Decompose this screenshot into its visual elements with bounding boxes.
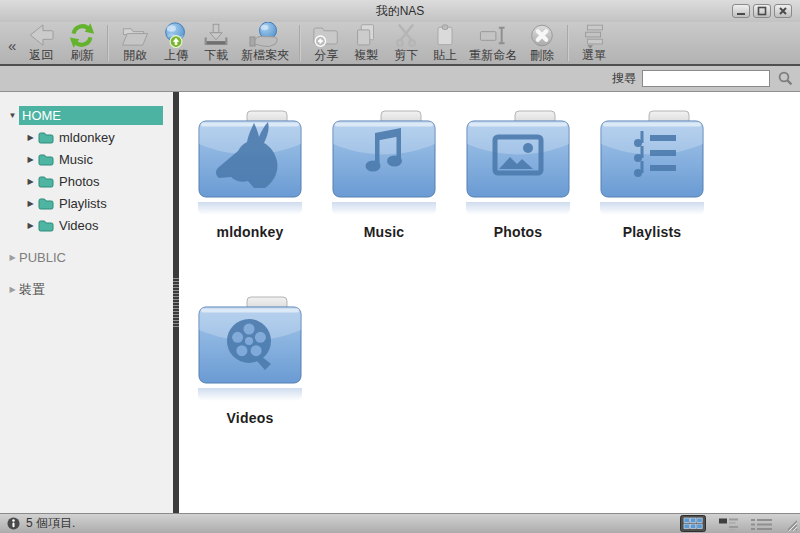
- copy-icon: [351, 22, 381, 49]
- cut-button[interactable]: 剪下: [386, 22, 426, 64]
- folder-item-music[interactable]: Music: [317, 106, 451, 292]
- delete-button[interactable]: 刪除: [522, 22, 562, 64]
- upload-button[interactable]: 上傳: [156, 22, 196, 64]
- sidebar-item-label: HOME: [19, 106, 163, 125]
- paste-icon: [431, 22, 459, 49]
- minimize-icon: [736, 6, 746, 16]
- toolbar-separator: [107, 25, 109, 61]
- folder-name: Photos: [494, 224, 543, 240]
- thumbnail-view-button[interactable]: [680, 515, 706, 532]
- search-input[interactable]: [642, 70, 770, 87]
- mldonkey-folder-icon: [197, 109, 303, 201]
- folder-name: Playlists: [623, 224, 682, 240]
- file-grid: mldonkey Music: [179, 92, 800, 513]
- file-manager-window: 我的NAS « 返回: [0, 0, 800, 533]
- chevron-right-icon[interactable]: ▶: [24, 155, 37, 164]
- sidebar-item-label: Music: [59, 152, 93, 167]
- menu-button[interactable]: 選單: [574, 22, 614, 64]
- detail-view-icon: [751, 517, 772, 531]
- folder-name: Videos: [227, 410, 274, 426]
- download-icon: [201, 22, 231, 49]
- new-folder-button[interactable]: 新檔案夾: [236, 22, 294, 64]
- sidebar-item-label: mldonkey: [59, 130, 115, 145]
- folder-name: Music: [364, 224, 405, 240]
- back-button[interactable]: 返回: [20, 22, 62, 64]
- main-area: ▼ HOME ▶ mldonkey ▶ Music ▶ Photos ▶: [0, 92, 800, 513]
- folder-item-videos[interactable]: Videos: [183, 292, 317, 478]
- icon-reflection: [466, 202, 570, 215]
- chevron-right-icon[interactable]: ▶: [6, 253, 19, 262]
- search-bar: 搜尋: [0, 66, 800, 92]
- titlebar: 我的NAS: [0, 0, 800, 22]
- detail-view-button[interactable]: [751, 517, 772, 531]
- sidebar-item-music[interactable]: ▶ Music: [0, 149, 173, 170]
- sidebar-item-devices[interactable]: ▶ 裝置: [0, 279, 173, 300]
- toolbar: « 返回 刷新: [0, 22, 800, 66]
- icon-reflection: [198, 202, 302, 215]
- folder-icon: [38, 219, 54, 232]
- sidebar-item-photos[interactable]: ▶ Photos: [0, 171, 173, 192]
- thumbnail-view-icon: [680, 515, 706, 532]
- refresh-icon: [67, 22, 97, 49]
- chevron-right-icon[interactable]: ▶: [24, 177, 37, 186]
- folder-item-photos[interactable]: Photos: [451, 106, 585, 292]
- refresh-button[interactable]: 刷新: [62, 22, 102, 64]
- rename-icon: [477, 22, 509, 49]
- open-button[interactable]: 開啟: [114, 22, 156, 64]
- icon-reflection: [198, 388, 302, 401]
- toolbar-separator: [567, 25, 569, 61]
- download-button[interactable]: 下載: [196, 22, 236, 64]
- playlists-folder-icon: [599, 109, 705, 201]
- minimize-button[interactable]: [732, 4, 750, 18]
- folder-item-mldonkey[interactable]: mldonkey: [183, 106, 317, 292]
- sidebar-item-label: Photos: [59, 174, 99, 189]
- list-view-icon: [718, 517, 739, 531]
- search-label: 搜尋: [612, 70, 636, 87]
- share-icon: [311, 22, 341, 49]
- chevron-right-icon[interactable]: ▶: [6, 285, 19, 294]
- toolbar-group-nav: 返回 刷新: [20, 22, 102, 64]
- rename-button[interactable]: 重新命名: [464, 22, 522, 64]
- upload-icon: [161, 21, 191, 49]
- collapse-toolbar-button[interactable]: «: [8, 41, 16, 51]
- folder-item-playlists[interactable]: Playlists: [585, 106, 719, 292]
- sidebar-item-public[interactable]: ▶ PUBLIC: [0, 247, 173, 268]
- sidebar-item-mldonkey[interactable]: ▶ mldonkey: [0, 127, 173, 148]
- window-title: 我的NAS: [376, 3, 425, 20]
- folder-icon: [38, 153, 54, 166]
- copy-button[interactable]: 複製: [346, 22, 386, 64]
- sidebar-item-playlists[interactable]: ▶ Playlists: [0, 193, 173, 214]
- sidebar-item-home[interactable]: ▼ HOME: [0, 105, 173, 126]
- cut-icon: [391, 22, 421, 49]
- status-bar: 5 個項目.: [0, 513, 800, 533]
- search-button[interactable]: [776, 70, 794, 88]
- toolbar-separator: [299, 25, 301, 61]
- icon-reflection: [332, 202, 436, 215]
- info-icon: [7, 517, 20, 530]
- icon-reflection: [600, 202, 704, 215]
- paste-button[interactable]: 貼上: [426, 22, 464, 64]
- share-button[interactable]: 分享: [306, 22, 346, 64]
- chevron-right-icon[interactable]: ▶: [24, 221, 37, 230]
- folder-tree: ▼ HOME ▶ mldonkey ▶ Music ▶ Photos ▶: [0, 92, 173, 513]
- chevron-right-icon[interactable]: ▶: [24, 199, 37, 208]
- window-controls: [732, 4, 792, 18]
- sidebar-item-videos[interactable]: ▶ Videos: [0, 215, 173, 236]
- open-icon: [119, 22, 151, 49]
- folder-icon: [38, 131, 54, 144]
- chevron-down-icon[interactable]: ▼: [6, 111, 19, 120]
- close-button[interactable]: [774, 4, 792, 18]
- videos-folder-icon: [197, 295, 303, 387]
- resize-grip[interactable]: [784, 517, 797, 531]
- toolbar-group-menu: 選單: [574, 22, 614, 64]
- item-count: 5 個項目.: [26, 515, 75, 532]
- new-folder-icon: [249, 21, 281, 49]
- maximize-button[interactable]: [753, 4, 771, 18]
- sidebar-item-label: PUBLIC: [19, 250, 66, 265]
- list-view-button[interactable]: [718, 517, 739, 531]
- close-icon: [778, 6, 788, 16]
- folder-icon: [38, 197, 54, 210]
- chevron-right-icon[interactable]: ▶: [24, 133, 37, 142]
- search-icon: [778, 71, 793, 86]
- sidebar-item-label: 裝置: [19, 281, 45, 299]
